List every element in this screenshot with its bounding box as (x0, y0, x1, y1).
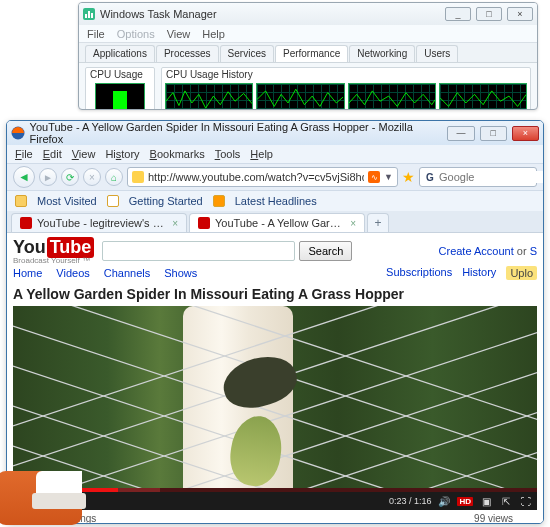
tm-menu-help[interactable]: Help (202, 28, 225, 40)
tab2-label: YouTube - A Yellow Garden Spide... (215, 217, 345, 229)
ff-menu-tools[interactable]: Tools (215, 148, 241, 160)
task-manager-menubar: File Options View Help (79, 25, 537, 43)
youtube-search-input[interactable] (102, 241, 295, 261)
nav-home[interactable]: Home (13, 267, 42, 279)
tm-menu-view[interactable]: View (167, 28, 191, 40)
watermark-logo (0, 471, 82, 525)
tm-tab-services[interactable]: Services (220, 45, 274, 62)
nav-channels[interactable]: Channels (104, 267, 150, 279)
forward-button[interactable]: ► (39, 168, 57, 186)
youtube-header: You Tube Broadcast Yourself ™ Search Cre… (13, 237, 537, 265)
task-manager-tabs: Applications Processes Services Performa… (79, 43, 537, 63)
acct-or: or (517, 245, 527, 257)
video-player[interactable]: ▶ 0:23 / 1:16 🔊 HD ▣ ⇱ ⛶ (13, 306, 537, 510)
search-input[interactable] (439, 171, 544, 183)
tm-tab-processes[interactable]: Processes (156, 45, 219, 62)
logo-tube: Tube (47, 237, 95, 258)
task-manager-title: Windows Task Manager (100, 8, 217, 20)
firefox-titlebar: YouTube - A Yellow Garden Spider In Miss… (7, 121, 543, 145)
firefox-icon (11, 126, 25, 140)
nav-history[interactable]: History (462, 266, 496, 280)
tm-close-button[interactable]: × (507, 7, 533, 21)
tm-maximize-button[interactable]: □ (476, 7, 502, 21)
browser-tab-1[interactable]: YouTube - legitreview's Channel × (11, 213, 187, 232)
reload-button[interactable]: ⟳ (61, 168, 79, 186)
site-favicon (132, 171, 144, 183)
bookmark-star-icon[interactable]: ★ (402, 169, 415, 185)
folder-icon (15, 195, 27, 207)
player-controls: ▶ 0:23 / 1:16 🔊 HD ▣ ⇱ ⛶ (13, 492, 537, 510)
video-rating-row: ★★★★★ 1 ratings 99 views (13, 513, 537, 523)
youtube-search: Search (102, 241, 352, 261)
player-time: 0:23 / 1:16 (389, 496, 432, 506)
ff-menu-view[interactable]: View (72, 148, 96, 160)
url-bar[interactable]: ∿ ▼ (127, 167, 398, 187)
video-title: A Yellow Garden Spider In Missouri Eatin… (13, 286, 537, 302)
fullscreen-button[interactable]: ⛶ (519, 494, 533, 508)
bm-latest-headlines[interactable]: Latest Headlines (235, 195, 317, 207)
ff-menu-history[interactable]: History (105, 148, 139, 160)
tm-menu-options[interactable]: Options (117, 28, 155, 40)
cpu-history-core3 (348, 83, 436, 110)
bm-most-visited[interactable]: Most Visited (37, 195, 97, 207)
nav-videos[interactable]: Videos (56, 267, 89, 279)
nav-subscriptions[interactable]: Subscriptions (386, 266, 452, 280)
svg-rect-2 (88, 11, 90, 18)
browser-tab-2[interactable]: YouTube - A Yellow Garden Spide... × (189, 213, 365, 232)
sign-in-link[interactable]: S (530, 245, 537, 257)
nav-upload[interactable]: Uplo (506, 266, 537, 280)
cpu-usage-label: CPU Usage (86, 68, 154, 81)
volume-button[interactable]: 🔊 (437, 494, 451, 508)
url-dropdown[interactable]: ▼ (384, 172, 393, 182)
video-chicken-wire (13, 306, 537, 510)
ff-menu-file[interactable]: File (15, 148, 33, 160)
stop-button[interactable]: × (83, 168, 101, 186)
cc-button[interactable]: ▣ (479, 494, 493, 508)
url-input[interactable] (148, 171, 364, 183)
tab2-close-icon[interactable]: × (350, 218, 356, 229)
back-button[interactable]: ◄ (13, 166, 35, 188)
youtube-search-button[interactable]: Search (299, 241, 352, 261)
search-engine-icon[interactable]: G (424, 171, 436, 183)
cpu-history-group: CPU Usage History (161, 67, 531, 110)
tm-tab-applications[interactable]: Applications (85, 45, 155, 62)
create-account-link[interactable]: Create Account (439, 245, 514, 257)
youtube-tagline: Broadcast Yourself ™ (13, 256, 94, 265)
popout-button[interactable]: ⇱ (499, 494, 513, 508)
youtube-logo[interactable]: You Tube Broadcast Yourself ™ (13, 237, 94, 265)
youtube-secondary-nav: Subscriptions History Uplo (13, 266, 537, 280)
bm-getting-started[interactable]: Getting Started (129, 195, 203, 207)
tm-tab-users[interactable]: Users (416, 45, 458, 62)
task-manager-titlebar: Windows Task Manager _ □ × (79, 3, 537, 25)
ff-menu-edit[interactable]: Edit (43, 148, 62, 160)
youtube-page: You Tube Broadcast Yourself ™ Search Cre… (7, 233, 543, 523)
feed-icon (213, 195, 225, 207)
tm-minimize-button[interactable]: _ (445, 7, 471, 21)
cpu-usage-gauge (95, 83, 145, 110)
cpu-history-core2 (256, 83, 344, 110)
ff-menu-help[interactable]: Help (250, 148, 273, 160)
tab1-favicon (20, 217, 32, 229)
tm-menu-file[interactable]: File (87, 28, 105, 40)
tm-tab-networking[interactable]: Networking (349, 45, 415, 62)
hd-button[interactable]: HD (457, 497, 473, 506)
cpu-usage-group: CPU Usage 78 % (85, 67, 155, 110)
task-manager-body: CPU Usage 78 % CPU Usage History (79, 63, 537, 110)
bookmarks-toolbar: Most Visited Getting Started Latest Head… (7, 191, 543, 211)
cpu-history-core4 (439, 83, 527, 110)
ff-maximize-button[interactable]: □ (480, 126, 507, 141)
new-tab-button[interactable]: + (367, 213, 389, 232)
view-count: 99 views (474, 513, 513, 523)
nav-shows[interactable]: Shows (164, 267, 197, 279)
logo-you: You (13, 237, 46, 258)
search-bar[interactable]: G (419, 167, 537, 187)
home-button[interactable]: ⌂ (105, 168, 123, 186)
ff-minimize-button[interactable]: — (447, 126, 474, 141)
firefox-window: YouTube - A Yellow Garden Spider In Miss… (6, 120, 544, 524)
tab1-close-icon[interactable]: × (172, 218, 178, 229)
ff-close-button[interactable]: × (512, 126, 539, 141)
tm-tab-performance[interactable]: Performance (275, 45, 348, 62)
ff-menu-bookmarks[interactable]: Bookmarks (150, 148, 205, 160)
task-manager-window: Windows Task Manager _ □ × File Options … (78, 2, 538, 110)
rss-icon[interactable]: ∿ (368, 171, 380, 183)
